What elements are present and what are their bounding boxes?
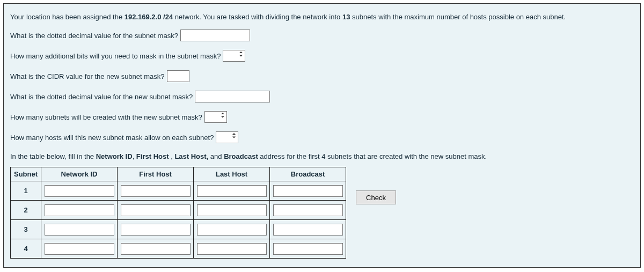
row-num-4: 4 — [11, 239, 41, 259]
row4-last-host[interactable] — [197, 243, 267, 255]
question-panel: Your location has been assigned the 192.… — [3, 3, 641, 268]
row1-first-host[interactable] — [121, 185, 191, 197]
th-network-id: Network ID — [41, 167, 118, 181]
q2-select[interactable] — [223, 50, 245, 62]
q5-select-wrap — [204, 111, 227, 123]
tbl-bold-2: First Host — [136, 152, 171, 160]
q3-label: What is the CIDR value for the new subne… — [10, 72, 165, 80]
row1-broadcast[interactable] — [273, 185, 343, 197]
intro-text: Your location has been assigned the 192.… — [10, 12, 634, 22]
row2-last-host[interactable] — [197, 204, 267, 216]
row2-network-id[interactable] — [45, 204, 114, 216]
row3-network-id[interactable] — [45, 224, 114, 236]
q2-select-wrap — [223, 50, 245, 62]
table-header-row: Subnet Network ID First Host Last Host B… — [11, 167, 346, 181]
q1-label: What is the dotted decimal value for the… — [10, 32, 178, 40]
row2-first-host[interactable] — [121, 204, 191, 216]
question-row-2: How many additional bits will you need t… — [10, 50, 634, 62]
th-last-host: Last Host — [194, 167, 270, 181]
tbl-bold-3: Last Host, — [174, 152, 208, 160]
row2-broadcast[interactable] — [273, 204, 343, 216]
q6-select-wrap — [216, 131, 238, 143]
question-row-4: What is the dotted decimal value for the… — [10, 91, 634, 102]
q6-select[interactable] — [216, 131, 238, 143]
question-row-5: How many subnets will be created with th… — [10, 111, 634, 123]
question-row-6: How many hosts will this new subnet mask… — [10, 131, 634, 143]
row4-first-host[interactable] — [121, 243, 191, 255]
tbl-bold-4: Broadcast — [224, 152, 258, 160]
q4-input[interactable] — [195, 91, 270, 102]
row4-broadcast[interactable] — [273, 243, 343, 255]
q3-input[interactable] — [167, 70, 189, 82]
intro-part1: Your location has been assigned the — [10, 13, 125, 21]
table-instruction: In the table below, fill in the Network … — [10, 152, 634, 161]
th-subnet: Subnet — [11, 167, 41, 181]
table-row: 2 — [11, 201, 346, 220]
row1-last-host[interactable] — [197, 185, 267, 197]
table-row: 1 — [11, 181, 346, 201]
row-num-1: 1 — [11, 181, 41, 201]
q1-input[interactable] — [180, 30, 250, 41]
question-row-3: What is the CIDR value for the new subne… — [10, 70, 634, 82]
intro-bold-count: 13 — [342, 13, 350, 21]
row3-broadcast[interactable] — [273, 224, 343, 236]
intro-bold-network: 192.169.2.0 /24 — [125, 13, 173, 21]
tbl-intro-1: In the table below, fill in the — [10, 152, 96, 160]
table-row: 3 — [11, 220, 346, 239]
row-num-3: 3 — [11, 220, 41, 239]
row1-network-id[interactable] — [45, 185, 114, 197]
q5-label: How many subnets will be created with th… — [10, 113, 202, 121]
tbl-intro-2: address for the first 4 subnets that are… — [258, 152, 487, 160]
table-row: 4 — [11, 239, 346, 259]
tbl-s1: , — [133, 152, 136, 160]
row3-first-host[interactable] — [121, 224, 191, 236]
row-num-2: 2 — [11, 201, 41, 220]
subnet-table: Subnet Network ID First Host Last Host B… — [10, 167, 346, 259]
th-first-host: First Host — [118, 167, 194, 181]
q2-label: How many additional bits will you need t… — [10, 52, 221, 60]
q6-label: How many hosts will this new subnet mask… — [10, 134, 214, 142]
intro-part3: subnets with the maximum number of hosts… — [350, 13, 566, 21]
q4-label: What is the dotted decimal value for the… — [10, 93, 193, 101]
tbl-bold-1: Network ID — [96, 152, 133, 160]
row3-last-host[interactable] — [197, 224, 267, 236]
table-container: Subnet Network ID First Host Last Host B… — [10, 167, 634, 259]
intro-part2: network. You are tasked with dividing th… — [173, 13, 342, 21]
question-row-1: What is the dotted decimal value for the… — [10, 30, 634, 41]
q5-select[interactable] — [204, 111, 227, 123]
tbl-s3: and — [208, 152, 224, 160]
row4-network-id[interactable] — [45, 243, 114, 255]
check-button[interactable]: Check — [356, 190, 396, 204]
th-broadcast: Broadcast — [270, 167, 346, 181]
